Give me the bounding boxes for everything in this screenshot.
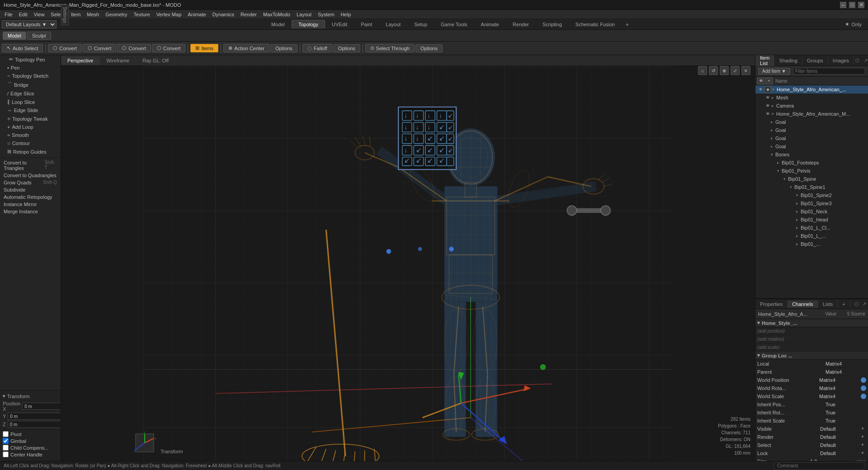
menu-vertexmap[interactable]: Vertex Map bbox=[154, 11, 184, 18]
tool-retopo-guides[interactable]: ⊞ Retopo Guides bbox=[0, 147, 61, 156]
tab-topology[interactable]: Topology bbox=[292, 20, 325, 28]
menu-maxtomodo[interactable]: MaxToModo bbox=[260, 11, 293, 18]
tab-props-add[interactable]: + bbox=[838, 301, 850, 308]
right-panel-popout-icon[interactable]: ↗ bbox=[862, 57, 868, 64]
tool-add-loop[interactable]: + Add Loop bbox=[0, 123, 61, 131]
mode-sculpt-button[interactable]: Sculpt bbox=[27, 32, 51, 40]
tree-item-spine1[interactable]: ▾ Bip01_Spine1 bbox=[755, 183, 868, 191]
viewport-canvas[interactable]: ↓ ↓ ↓ ↓ ↙ ↓ ↓ ↓ ↙ ↙ ↓ ↓ ↙ ↙ ↙ bbox=[61, 66, 755, 461]
items-button[interactable]: ⊞ Items bbox=[190, 44, 218, 52]
menu-edit[interactable]: Edit bbox=[16, 11, 30, 18]
tree-item-home-style[interactable]: 👁 ⊕ ▾ Home_Style_Afro_American_... bbox=[755, 85, 868, 94]
options-1-button[interactable]: Options bbox=[270, 44, 297, 52]
tool-edge-slide[interactable]: ↔ Edge Slide bbox=[0, 106, 61, 114]
viewport-zoom-button[interactable]: ⊕ bbox=[720, 66, 729, 75]
tree-item-home-m[interactable]: 👁 ▾ Home_Style_Afro_American_M... bbox=[755, 110, 868, 118]
tab-groups[interactable]: Groups bbox=[802, 56, 828, 65]
tool-contour[interactable]: ○ Contour bbox=[0, 139, 61, 147]
close-button[interactable]: ✕ bbox=[858, 2, 864, 8]
falloff-button[interactable]: ◌ Falloff bbox=[302, 44, 332, 52]
tree-item-spine[interactable]: ▾ Bip01_Spine bbox=[755, 175, 868, 183]
gimbal-checkbox[interactable] bbox=[3, 438, 9, 444]
menu-mesh[interactable]: Mesh bbox=[84, 11, 102, 18]
position-x-input[interactable] bbox=[22, 403, 61, 410]
tab-model[interactable]: Model bbox=[264, 20, 292, 28]
star-only-button[interactable]: ★ Only bbox=[840, 20, 866, 28]
tree-item-spine2[interactable]: ▾ Bip01_Spine2 bbox=[755, 191, 868, 199]
auto-select-button[interactable]: ↖ Auto Select bbox=[2, 44, 43, 52]
menu-automatic-retopology[interactable]: Automatic Retopology bbox=[0, 193, 61, 201]
add-item-button[interactable]: Add Item ▼ bbox=[758, 68, 790, 75]
tab-render[interactable]: Render bbox=[506, 20, 536, 28]
menu-convert-triangles[interactable]: Convert to Triangles Shift-T bbox=[0, 159, 61, 172]
command-input[interactable] bbox=[774, 462, 864, 470]
filter-items-input[interactable] bbox=[793, 68, 865, 75]
tree-item-pelvis[interactable]: ▾ Bip01_Pelvis bbox=[755, 167, 868, 175]
menu-render[interactable]: Render bbox=[238, 11, 259, 18]
tool-pen[interactable]: • Pen bbox=[0, 64, 61, 72]
tree-vis-col[interactable]: 👁 bbox=[757, 77, 764, 85]
menu-grow-quads[interactable]: Grow Quads Shift-Q bbox=[0, 179, 61, 186]
prop-add-rotation[interactable]: (add rotation) bbox=[755, 335, 868, 343]
tool-bridge[interactable]: ⌒ Bridge bbox=[0, 80, 61, 89]
menu-geometry[interactable]: Geometry bbox=[103, 11, 130, 18]
tool-topology-sketch[interactable]: ~ Topology Sketch bbox=[0, 72, 61, 80]
tree-item-bip[interactable]: ▸ Bip01_... bbox=[755, 240, 868, 248]
menu-animate[interactable]: Animate bbox=[185, 11, 208, 18]
tab-paint[interactable]: Paint bbox=[354, 20, 379, 28]
tool-edge-slice[interactable]: / Edge Slice bbox=[0, 89, 61, 98]
tab-gametools[interactable]: Game Tools bbox=[434, 20, 474, 28]
tree-item-lj[interactable]: ▸ Bip01_L_... bbox=[755, 232, 868, 240]
tab-animate[interactable]: Animate bbox=[474, 20, 506, 28]
prop-add-scale[interactable]: (add scale) bbox=[755, 343, 868, 352]
minimize-button[interactable]: – bbox=[840, 2, 846, 8]
tree-item-mesh[interactable]: 👁 ▸ Mesh bbox=[755, 94, 868, 102]
child-compens-checkbox[interactable] bbox=[3, 445, 9, 451]
menu-dynamics[interactable]: Dynamics bbox=[210, 11, 237, 18]
props-expand-icon[interactable]: ⬡ bbox=[853, 301, 860, 308]
convert-1-button[interactable]: ⬡ Convert bbox=[48, 44, 82, 52]
lock-dropdown-icon[interactable]: ▼ bbox=[861, 451, 866, 455]
select-dropdown-icon[interactable]: ▼ bbox=[861, 443, 866, 447]
viewport-area[interactable]: Perspective Wireframe Ray GL: Off ⌂ ↺ ⊕ … bbox=[61, 55, 755, 461]
menu-file[interactable]: File bbox=[2, 11, 15, 18]
tab-images[interactable]: Images bbox=[828, 56, 854, 65]
viewport-tab-raygl[interactable]: Ray GL: Off bbox=[136, 56, 175, 65]
select-through-button[interactable]: ⊙ Select Through bbox=[365, 44, 415, 52]
viewport-settings-button[interactable]: ≡ bbox=[741, 66, 750, 75]
viewport-home-button[interactable]: ⌂ bbox=[698, 66, 707, 75]
tab-schematicfusion[interactable]: Schematic Fusion bbox=[569, 20, 622, 28]
tab-add-button[interactable]: + bbox=[622, 19, 632, 29]
center-handle-checkbox[interactable] bbox=[3, 451, 9, 457]
tree-item-goal-1[interactable]: ▸ Goal bbox=[755, 118, 868, 126]
tab-channels[interactable]: Channels bbox=[788, 301, 818, 308]
layout-selector[interactable]: Default Layouts ▼ bbox=[2, 20, 57, 28]
tree-item-neck[interactable]: ▸ Bip01_Neck bbox=[755, 207, 868, 216]
tree-item-bones[interactable]: ▾ Bones bbox=[755, 150, 868, 159]
tab-uvedit[interactable]: UVEdit bbox=[325, 20, 354, 28]
tool-topology-pen[interactable]: ✏ Topology Pen bbox=[0, 55, 61, 64]
tab-shading[interactable]: Shading bbox=[774, 56, 802, 65]
tree-item-lcl[interactable]: ▸ Bip01_L_Cl... bbox=[755, 224, 868, 232]
render-dropdown-icon[interactable]: ▼ bbox=[861, 435, 866, 439]
viewport-tab-perspective[interactable]: Perspective bbox=[61, 56, 100, 65]
action-center-button[interactable]: ⊕ Action Center bbox=[223, 44, 269, 52]
menu-subdivide[interactable]: Subdivide bbox=[0, 186, 61, 193]
viewport-maximize-button[interactable]: ⤢ bbox=[731, 66, 740, 75]
convert-2-button[interactable]: ⬡ Convert bbox=[83, 44, 117, 52]
menu-layout[interactable]: Layout bbox=[294, 11, 314, 18]
position-z-input[interactable] bbox=[8, 421, 61, 428]
prop-add-position[interactable]: (add position) bbox=[755, 327, 868, 335]
tab-scripting[interactable]: Scripting bbox=[536, 20, 569, 28]
menu-view[interactable]: View bbox=[31, 11, 47, 18]
menu-system[interactable]: System bbox=[315, 11, 337, 18]
tree-item-footsteps[interactable]: ▸ Bip01_Footsteps bbox=[755, 159, 868, 167]
tree-item-camera[interactable]: 👁 ▸ Camera bbox=[755, 102, 868, 110]
tree-item-goal-3[interactable]: ▸ Goal bbox=[755, 134, 868, 142]
tab-properties[interactable]: Properties bbox=[755, 301, 788, 308]
tool-topology-tweak[interactable]: ⟡ Topology Tweak bbox=[0, 114, 61, 123]
tab-item-list[interactable]: Item List bbox=[755, 55, 774, 67]
tree-item-spine3[interactable]: ▸ Bip01_Spine3 bbox=[755, 199, 868, 207]
position-y-input[interactable] bbox=[8, 413, 61, 420]
viewport-tab-wireframe[interactable]: Wireframe bbox=[100, 56, 136, 65]
